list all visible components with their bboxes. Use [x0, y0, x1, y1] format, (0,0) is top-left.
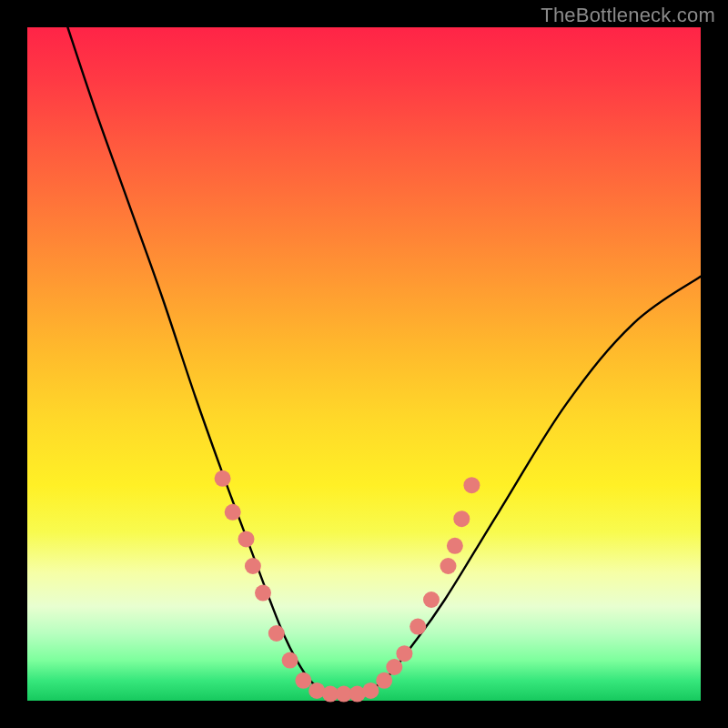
curve-marker: [386, 659, 402, 675]
curve-marker: [440, 558, 457, 574]
curve-marker: [396, 645, 412, 662]
curve-marker: [245, 558, 261, 574]
curve-marker: [225, 504, 241, 521]
curve-marker: [447, 538, 463, 554]
watermark-text: TheBottleneck.com: [541, 4, 715, 27]
curve-marker: [295, 672, 311, 689]
plot-area: [27, 27, 701, 701]
chart-frame: TheBottleneck.com: [0, 0, 728, 728]
curve-marker: [215, 470, 231, 487]
curve-marker: [255, 585, 271, 602]
curve-marker: [423, 592, 440, 608]
curve-marker: [282, 652, 298, 669]
curve-marker: [376, 672, 392, 689]
curve-marker: [463, 477, 480, 493]
bottleneck-curve-svg: [27, 27, 701, 701]
curve-markers: [215, 470, 480, 703]
curve-marker: [362, 682, 379, 699]
curve-marker: [268, 625, 285, 642]
curve-marker: [238, 531, 255, 547]
curve-marker: [410, 619, 426, 635]
bottleneck-curve: [67, 27, 701, 694]
curve-marker: [453, 511, 470, 527]
